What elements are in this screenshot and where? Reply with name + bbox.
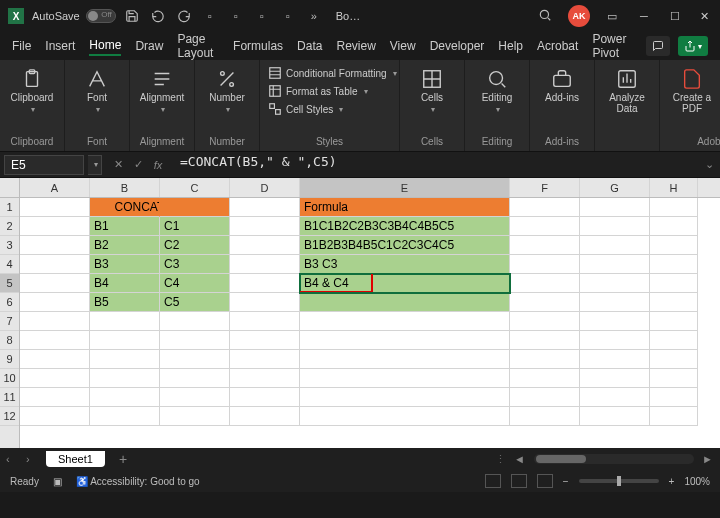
autosave-control[interactable]: AutoSave Off xyxy=(32,9,116,23)
name-box[interactable]: E5 xyxy=(4,155,84,175)
zoom-out-icon[interactable]: − xyxy=(563,476,569,487)
row-header[interactable]: 8 xyxy=(0,331,19,350)
sheet-tab[interactable]: Sheet1 xyxy=(46,451,105,467)
cell[interactable] xyxy=(580,217,650,236)
spreadsheet-grid[interactable]: 1 2 3 4 5 6 7 8 9 10 11 12 A B C D E F G… xyxy=(0,178,720,448)
select-all-button[interactable] xyxy=(0,178,19,198)
cell[interactable] xyxy=(20,293,90,312)
view-normal-icon[interactable] xyxy=(485,474,501,488)
undo-icon[interactable] xyxy=(150,8,166,24)
cell[interactable] xyxy=(300,388,510,407)
cell[interactable] xyxy=(20,236,90,255)
cell[interactable] xyxy=(300,350,510,369)
tab-power-pivot[interactable]: Power Pivot xyxy=(592,30,632,62)
cell[interactable] xyxy=(90,388,160,407)
cell[interactable] xyxy=(160,369,230,388)
cell[interactable] xyxy=(90,331,160,350)
tab-draw[interactable]: Draw xyxy=(135,37,163,55)
cell[interactable] xyxy=(230,217,300,236)
fx-icon[interactable]: fx xyxy=(150,157,166,173)
row-header[interactable]: 6 xyxy=(0,293,19,312)
cell-styles-button[interactable]: Cell Styles▾ xyxy=(268,102,391,116)
alignment-button[interactable]: Alignment▾ xyxy=(138,64,186,114)
cell[interactable] xyxy=(510,217,580,236)
cell[interactable] xyxy=(580,407,650,426)
cell[interactable] xyxy=(90,350,160,369)
cell[interactable] xyxy=(20,255,90,274)
font-button[interactable]: Font▾ xyxy=(73,64,121,114)
comments-button[interactable] xyxy=(646,36,670,56)
cell[interactable] xyxy=(650,198,698,217)
zoom-level[interactable]: 100% xyxy=(684,476,710,487)
row-header[interactable]: 2 xyxy=(0,217,19,236)
row-header[interactable]: 4 xyxy=(0,255,19,274)
ribbon-mode-icon[interactable]: ▭ xyxy=(604,8,620,24)
format-as-table-button[interactable]: Format as Table▾ xyxy=(268,84,391,98)
cell[interactable] xyxy=(90,369,160,388)
zoom-slider[interactable] xyxy=(579,479,659,483)
cell[interactable] xyxy=(160,312,230,331)
cell[interactable]: C1 xyxy=(160,217,230,236)
cell[interactable] xyxy=(650,388,698,407)
sheet-nav-next-icon[interactable]: › xyxy=(26,453,38,465)
row-header[interactable]: 9 xyxy=(0,350,19,369)
row-header[interactable]: 5 xyxy=(0,274,19,293)
cell[interactable] xyxy=(580,236,650,255)
cell[interactable] xyxy=(650,255,698,274)
cell[interactable] xyxy=(580,331,650,350)
cell[interactable] xyxy=(20,350,90,369)
view-page-break-icon[interactable] xyxy=(537,474,553,488)
cell[interactable]: B2 xyxy=(90,236,160,255)
cell[interactable] xyxy=(230,331,300,350)
cell[interactable]: B1C1B2C2B3C3B4C4B5C5 xyxy=(300,217,510,236)
cell[interactable] xyxy=(650,369,698,388)
cell[interactable] xyxy=(230,350,300,369)
cell[interactable] xyxy=(20,274,90,293)
cell[interactable] xyxy=(20,312,90,331)
cancel-formula-icon[interactable]: ✕ xyxy=(110,157,126,173)
cell[interactable] xyxy=(90,312,160,331)
col-header[interactable]: H xyxy=(650,178,698,197)
cell[interactable] xyxy=(230,293,300,312)
scroll-left-icon[interactable]: ◄ xyxy=(514,453,526,465)
cell[interactable] xyxy=(230,255,300,274)
tab-help[interactable]: Help xyxy=(498,37,523,55)
cell[interactable] xyxy=(90,407,160,426)
col-header[interactable]: B xyxy=(90,178,160,197)
editing-button[interactable]: Editing▾ xyxy=(473,64,521,114)
cell[interactable] xyxy=(580,255,650,274)
cell[interactable] xyxy=(510,388,580,407)
cell[interactable] xyxy=(650,407,698,426)
cell[interactable] xyxy=(160,331,230,350)
row-header[interactable]: 3 xyxy=(0,236,19,255)
macro-record-icon[interactable]: ▣ xyxy=(53,476,62,487)
cell-active[interactable]: B4 & C4 xyxy=(300,274,510,293)
cell[interactable] xyxy=(230,312,300,331)
cell[interactable] xyxy=(300,331,510,350)
cell[interactable] xyxy=(20,369,90,388)
cell[interactable] xyxy=(510,369,580,388)
cell[interactable] xyxy=(650,331,698,350)
user-avatar[interactable]: AK xyxy=(568,5,590,27)
col-header[interactable]: E xyxy=(300,178,510,197)
scroll-right-icon[interactable]: ► xyxy=(702,453,714,465)
cell[interactable] xyxy=(300,407,510,426)
tab-data[interactable]: Data xyxy=(297,37,322,55)
create-pdf-button[interactable]: Create a PDF xyxy=(668,64,716,114)
cell[interactable] xyxy=(300,293,510,312)
cell[interactable] xyxy=(20,407,90,426)
formula-input[interactable]: =CONCAT(B5," & ",C5) xyxy=(174,154,698,176)
cell[interactable] xyxy=(20,198,90,217)
tab-developer[interactable]: Developer xyxy=(430,37,485,55)
row-header[interactable]: 1 xyxy=(0,198,19,217)
row-header[interactable]: 11 xyxy=(0,388,19,407)
cell[interactable]: B3 xyxy=(90,255,160,274)
redo-icon[interactable] xyxy=(176,8,192,24)
cell[interactable] xyxy=(230,388,300,407)
cell[interactable] xyxy=(650,217,698,236)
maximize-icon[interactable]: ☐ xyxy=(670,10,682,22)
cell[interactable] xyxy=(230,407,300,426)
row-header[interactable]: 12 xyxy=(0,407,19,426)
tab-home[interactable]: Home xyxy=(89,36,121,56)
cell[interactable]: C5 xyxy=(160,293,230,312)
